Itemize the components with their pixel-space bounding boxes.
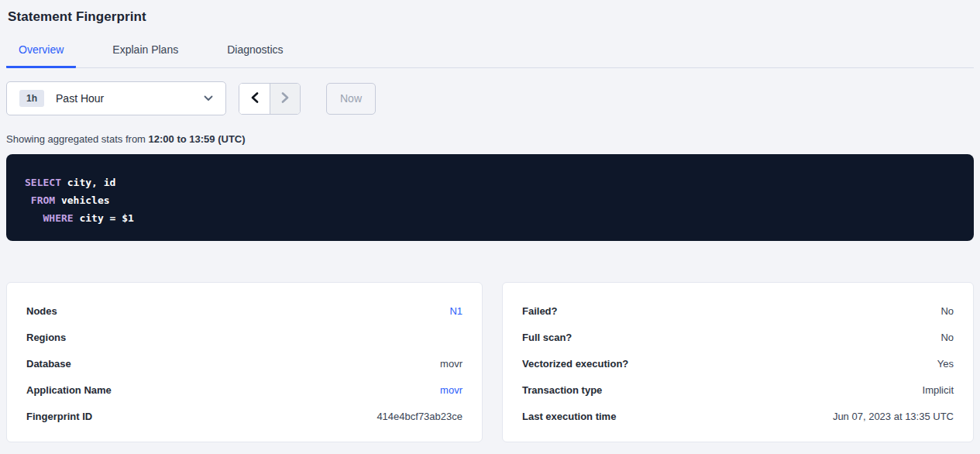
- row-label: Fingerprint ID: [26, 411, 92, 422]
- row-value: No: [940, 305, 954, 317]
- aggregation-note-prefix: Showing aggregated stats from: [6, 133, 149, 145]
- row-label: Last execution time: [522, 411, 616, 422]
- now-button[interactable]: Now: [326, 83, 376, 115]
- table-row: Failed?No: [522, 298, 954, 324]
- row-value: Yes: [937, 358, 954, 370]
- statement-fingerprint-page: Statement Fingerprint OverviewExplain Pl…: [0, 0, 980, 442]
- row-value: No: [940, 332, 954, 343]
- aggregation-note-range: 12:00 to 13:59 (UTC): [149, 133, 246, 145]
- chevron-down-icon: [204, 95, 213, 101]
- time-nav-group: [239, 83, 301, 115]
- row-label: Failed?: [522, 305, 558, 317]
- duration-badge: 1h: [19, 90, 44, 107]
- row-value-link[interactable]: N1: [449, 305, 462, 317]
- row-label: Transaction type: [522, 384, 602, 396]
- tab-bar: OverviewExplain PlansDiagnostics: [6, 43, 974, 68]
- sql-text: [25, 194, 31, 206]
- row-value: Implicit: [923, 384, 954, 396]
- table-row: Application Namemovr: [26, 377, 462, 403]
- page-title: Statement Fingerprint: [6, 0, 974, 33]
- tab-diagnostics[interactable]: Diagnostics: [215, 43, 295, 68]
- table-row: Full scan?No: [522, 324, 954, 350]
- time-range-dropdown[interactable]: 1h Past Hour: [6, 81, 226, 115]
- previous-time-button[interactable]: [239, 84, 270, 114]
- sql-keyword: FROM: [31, 194, 55, 206]
- statement-details-card: NodesN1RegionsDatabasemovrApplication Na…: [6, 282, 483, 442]
- chevron-right-icon: [280, 92, 290, 105]
- tab-overview[interactable]: Overview: [6, 43, 76, 68]
- row-value: 414e4bcf73ab23ce: [377, 411, 462, 422]
- tab-explain-plans[interactable]: Explain Plans: [100, 43, 191, 68]
- table-row: Databasemovr: [26, 350, 462, 377]
- sql-text: vehicles: [55, 194, 109, 206]
- row-label: Vectorized execution?: [522, 358, 628, 370]
- table-row: Regions: [26, 324, 462, 350]
- row-label: Database: [26, 358, 71, 370]
- time-controls: 1h Past Hour Now: [6, 81, 974, 115]
- row-value-link[interactable]: movr: [440, 384, 462, 396]
- sql-keyword: WHERE: [43, 212, 73, 224]
- summary-cards: NodesN1RegionsDatabasemovrApplication Na…: [6, 282, 974, 442]
- time-range-label: Past Hour: [56, 92, 104, 105]
- row-label: Regions: [26, 332, 66, 343]
- table-row: Vectorized execution?Yes: [522, 350, 954, 377]
- table-row: Last execution timeJun 07, 2023 at 13:35…: [522, 403, 954, 429]
- sql-statement-box: SELECT city, id FROM vehicles WHERE city…: [6, 154, 974, 241]
- chevron-left-icon: [250, 92, 260, 105]
- row-label: Full scan?: [522, 332, 572, 343]
- row-value: Jun 07, 2023 at 13:35 UTC: [833, 411, 954, 422]
- table-row: Fingerprint ID414e4bcf73ab23ce: [26, 403, 462, 429]
- sql-text: [25, 212, 43, 224]
- table-row: Transaction typeImplicit: [522, 377, 954, 403]
- aggregation-note: Showing aggregated stats from 12:00 to 1…: [6, 133, 974, 145]
- sql-text: city, id: [61, 177, 115, 188]
- sql-keyword: SELECT: [25, 177, 61, 188]
- row-value: movr: [440, 358, 462, 370]
- row-label: Nodes: [26, 305, 57, 317]
- row-label: Application Name: [26, 384, 112, 396]
- sql-text: city = $1: [74, 212, 134, 224]
- sql-statement-text: SELECT city, id FROM vehicles WHERE city…: [25, 174, 955, 227]
- table-row: NodesN1: [26, 298, 462, 324]
- next-time-button[interactable]: [270, 84, 300, 114]
- execution-attributes-card: Failed?NoFull scan?NoVectorized executio…: [502, 282, 974, 442]
